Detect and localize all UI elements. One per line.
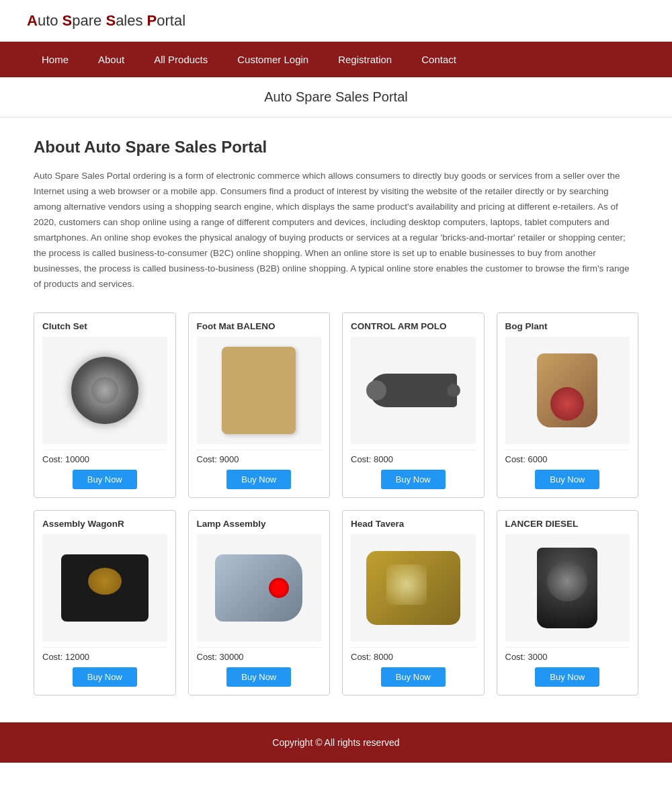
- buy-now-button[interactable]: Buy Now: [226, 470, 291, 489]
- product-cost: Cost: 12000: [42, 647, 167, 662]
- products-grid: Clutch SetCost: 10000Buy NowFoot Mat BAL…: [34, 312, 638, 695]
- site-header: Auto Spare Sales Portal: [0, 0, 672, 42]
- buy-now-button[interactable]: Buy Now: [381, 470, 446, 489]
- product-card: Foot Mat BALENOCost: 9000Buy Now: [188, 312, 331, 498]
- product-cost: Cost: 10000: [42, 450, 167, 464]
- product-cost: Cost: 9000: [197, 450, 322, 464]
- product-card: CONTROL ARM POLOCost: 8000Buy Now: [342, 312, 485, 498]
- product-cost: Cost: 30000: [197, 647, 322, 662]
- nav-link[interactable]: About: [83, 42, 139, 77]
- product-cost: Cost: 8000: [351, 647, 476, 662]
- product-image-placeholder: [351, 534, 476, 642]
- product-image-placeholder: [505, 337, 630, 444]
- site-logo: Auto Spare Sales Portal: [27, 12, 645, 30]
- product-image-placeholder: [197, 337, 322, 444]
- about-heading: About Auto Spare Sales Portal: [34, 138, 638, 157]
- product-image: [351, 534, 476, 642]
- product-card: LANCER DIESELCost: 3000Buy Now: [497, 510, 639, 695]
- page-title: Auto Spare Sales Portal: [0, 77, 672, 118]
- nav-item: Home: [27, 42, 83, 77]
- product-image-placeholder: [42, 337, 167, 444]
- footer-text: Copyright © All rights reserved: [272, 737, 399, 748]
- product-cost: Cost: 3000: [505, 647, 630, 662]
- nav-link[interactable]: Customer Login: [222, 42, 323, 77]
- product-image: [505, 337, 630, 444]
- product-name: CONTROL ARM POLO: [351, 321, 476, 331]
- product-name: Lamp Assembly: [197, 519, 322, 529]
- product-image: [42, 337, 167, 444]
- nav-item: All Products: [139, 42, 222, 77]
- nav-link[interactable]: All Products: [139, 42, 222, 77]
- nav-link[interactable]: Contact: [407, 42, 471, 77]
- product-image-placeholder: [42, 534, 167, 642]
- buy-now-button[interactable]: Buy Now: [73, 470, 137, 489]
- product-card: Assembly WagonRCost: 12000Buy Now: [34, 510, 176, 695]
- product-image-placeholder: [197, 534, 322, 642]
- product-card: Lamp AssemblyCost: 30000Buy Now: [188, 510, 331, 695]
- buy-now-button[interactable]: Buy Now: [535, 470, 599, 489]
- product-name: Foot Mat BALENO: [197, 321, 322, 331]
- buy-now-button[interactable]: Buy Now: [535, 667, 599, 687]
- main-nav: HomeAboutAll ProductsCustomer LoginRegis…: [0, 42, 672, 77]
- nav-link[interactable]: Registration: [323, 42, 407, 77]
- footer: Copyright © All rights reserved: [0, 722, 672, 763]
- buy-now-button[interactable]: Buy Now: [73, 667, 137, 687]
- nav-link[interactable]: Home: [27, 42, 83, 77]
- product-image: [351, 337, 476, 444]
- nav-item: Registration: [323, 42, 407, 77]
- product-name: Assembly WagonR: [42, 519, 167, 529]
- about-text: Auto Spare Sales Portal ordering is a fo…: [34, 169, 638, 292]
- product-card: Clutch SetCost: 10000Buy Now: [34, 312, 176, 498]
- product-name: Clutch Set: [42, 321, 167, 331]
- product-cost: Cost: 6000: [505, 450, 630, 464]
- product-image: [197, 337, 322, 444]
- product-name: LANCER DIESEL: [505, 519, 630, 529]
- product-image-placeholder: [505, 534, 630, 642]
- product-image: [42, 534, 167, 642]
- product-image: [197, 534, 322, 642]
- product-image-placeholder: [351, 337, 476, 444]
- product-card: Bog PlantCost: 6000Buy Now: [497, 312, 639, 498]
- main-content: About Auto Spare Sales Portal Auto Spare…: [13, 138, 659, 695]
- buy-now-button[interactable]: Buy Now: [226, 667, 291, 687]
- product-name: Head Tavera: [351, 519, 476, 529]
- product-card: Head TaveraCost: 8000Buy Now: [342, 510, 485, 695]
- product-cost: Cost: 8000: [351, 450, 476, 464]
- product-name: Bog Plant: [505, 321, 630, 331]
- buy-now-button[interactable]: Buy Now: [381, 667, 446, 687]
- nav-item: About: [83, 42, 139, 77]
- nav-item: Customer Login: [222, 42, 323, 77]
- product-image: [505, 534, 630, 642]
- nav-item: Contact: [407, 42, 471, 77]
